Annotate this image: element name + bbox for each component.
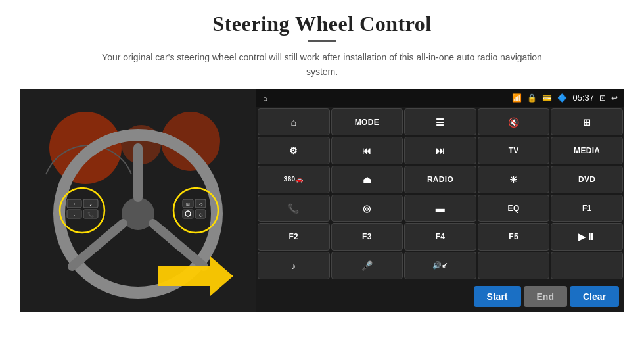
status-time: 05:37 — [572, 93, 594, 103]
btn-mute[interactable]: 🔇 — [478, 108, 550, 136]
home-icon: ⌂ — [263, 94, 267, 102]
btn-nav[interactable]: ◎ — [331, 195, 403, 222]
start-button[interactable]: Start — [474, 286, 521, 307]
btn-settings[interactable]: ⚙ — [258, 137, 330, 164]
btn-screen[interactable]: ▬ — [404, 195, 476, 222]
wifi-icon: 📶 — [512, 93, 522, 103]
page-subtitle: Your original car's steering wheel contr… — [99, 50, 545, 80]
button-grid: ⌂ MODE ☰ 🔇 ⊞ ⚙ ⏮ ⏭ TV MEDIA 360🚗 ⏏ RADIO… — [256, 107, 624, 281]
btn-brightness[interactable]: ☀ — [478, 166, 550, 193]
btn-mode[interactable]: MODE — [331, 108, 403, 136]
svg-text:+: + — [73, 202, 76, 206]
btn-eject[interactable]: ⏏ — [331, 166, 403, 193]
btn-360[interactable]: 360🚗 — [258, 166, 330, 193]
btn-home[interactable]: ⌂ — [258, 108, 330, 136]
window-icon: ⊡ — [599, 93, 606, 103]
btn-empty2 — [551, 252, 623, 279]
bluetooth-icon: 🔷 — [557, 93, 567, 103]
back-icon: ↩ — [611, 93, 618, 103]
btn-eq[interactable]: EQ — [478, 195, 550, 222]
svg-text:📞: 📞 — [87, 211, 94, 218]
status-bar-right: 📶 🔒 💳 🔷 05:37 ⊡ ↩ — [512, 93, 618, 103]
btn-tv[interactable]: TV — [478, 137, 550, 164]
home-btn-icon: ⌂ — [290, 117, 296, 128]
page-title: Steering Wheel Control — [212, 12, 431, 36]
btn-radio[interactable]: RADIO — [404, 166, 476, 193]
btn-menu[interactable]: ☰ — [404, 108, 476, 136]
clear-button[interactable]: Clear — [570, 286, 619, 307]
btn-f4[interactable]: F4 — [404, 223, 476, 251]
end-button[interactable]: End — [524, 286, 567, 307]
card-icon: 💳 — [542, 93, 552, 103]
btn-phone[interactable]: 📞 — [258, 195, 330, 222]
btn-f2[interactable]: F2 — [258, 223, 330, 251]
page-container: Steering Wheel Control Your original car… — [0, 0, 644, 359]
btn-f3[interactable]: F3 — [331, 223, 403, 251]
svg-text:♪: ♪ — [89, 201, 92, 207]
control-panel: ⌂ 📶 🔒 💳 🔷 05:37 ⊡ ↩ ⌂ MODE ☰ 🔇 — [256, 89, 624, 312]
bottom-bar: Start End Clear — [256, 281, 624, 312]
content-row: + - ♪ 📞 ⊞ ◇ ◇ — [20, 89, 624, 312]
btn-music[interactable]: ♪ — [258, 252, 330, 279]
btn-playpause[interactable]: ▶⏸ — [551, 223, 623, 251]
btn-empty1 — [478, 252, 550, 279]
btn-f5[interactable]: F5 — [478, 223, 550, 251]
steering-wheel-image: + - ♪ 📞 ⊞ ◇ ◇ — [20, 89, 256, 312]
btn-dvd[interactable]: DVD — [551, 166, 623, 193]
btn-media[interactable]: MEDIA — [551, 137, 623, 164]
btn-mic[interactable]: 🎤 — [331, 252, 403, 279]
lock-icon: 🔒 — [527, 93, 537, 103]
title-divider — [308, 40, 336, 42]
status-bar: ⌂ 📶 🔒 💳 🔷 05:37 ⊡ ↩ — [256, 89, 624, 107]
btn-f1[interactable]: F1 — [551, 195, 623, 222]
btn-apps[interactable]: ⊞ — [551, 108, 623, 136]
btn-volume[interactable]: 🔊↙ — [404, 252, 476, 279]
status-bar-left: ⌂ — [263, 94, 267, 102]
svg-text:⊞: ⊞ — [186, 202, 190, 206]
btn-forward[interactable]: ⏭ — [404, 137, 476, 164]
btn-rewind[interactable]: ⏮ — [331, 137, 403, 164]
